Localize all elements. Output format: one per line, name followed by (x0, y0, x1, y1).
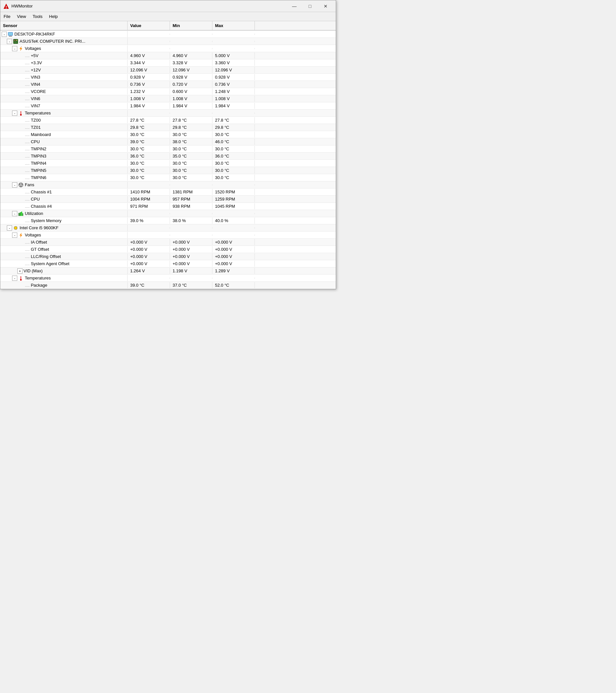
maximize-button[interactable]: □ (303, 2, 317, 10)
expand-icon-desktop[interactable]: - (2, 32, 7, 37)
min-tz01: 29.8 °C (170, 124, 212, 131)
max-vin7: 1.984 V (212, 103, 255, 109)
min-vcore: 0.600 V (170, 88, 212, 95)
tree-row-vcore[interactable]: .......VCORE1.232 V0.600 V1.248 V (0, 88, 336, 95)
tree-row-ia-offset[interactable]: .......IA Offset+0.000 V+0.000 V+0.000 V (0, 239, 336, 246)
app-title: HWMonitor (12, 4, 33, 8)
svg-point-36 (20, 279, 22, 280)
tree-row-temps1[interactable]: -Temperatures (0, 110, 336, 117)
value-voltages1 (128, 48, 170, 49)
tree-row-33v[interactable]: .......+3.3V3.344 V3.328 V3.360 V (0, 59, 336, 66)
tree-row-tz01[interactable]: .......TZ0129.8 °C29.8 °C29.8 °C (0, 124, 336, 131)
tree-row-desktop[interactable]: -DESKTOP-RK34RKF (0, 31, 336, 38)
header-sensor[interactable]: Sensor (0, 21, 128, 30)
tree-row-voltages2[interactable]: -Voltages (0, 232, 336, 239)
tree-row-voltages1[interactable]: -Voltages (0, 45, 336, 52)
tree-row-tmpin5[interactable]: .......TMPIN530.0 °C30.0 °C30.0 °C (0, 167, 336, 174)
tree-row-vin4[interactable]: .......VIN40.736 V0.720 V0.736 V (0, 81, 336, 88)
value-temps1 (128, 113, 170, 114)
tree-row-temps2[interactable]: -Temperatures (0, 275, 336, 282)
label-text-vin6: VIN6 (31, 96, 40, 101)
tree-row-chassis1[interactable]: .......Chassis #11410 RPM1381 RPM1520 RP… (0, 189, 336, 196)
expand-icon-voltages2[interactable]: - (12, 233, 17, 238)
min-5v: 4.960 V (170, 53, 212, 59)
expand-icon-fans1[interactable]: - (12, 182, 17, 187)
value-util1 (128, 213, 170, 214)
title-buttons: — □ ✕ (287, 2, 333, 10)
value-vin3: 0.928 V (128, 74, 170, 80)
tree-row-vin3[interactable]: .......VIN30.928 V0.928 V0.928 V (0, 74, 336, 81)
tree-row-vin7[interactable]: .......VIN71.984 V1.984 V1.984 V (0, 102, 336, 110)
tree-row-12v[interactable]: .......+12V12.096 V12.096 V12.096 V (0, 66, 336, 74)
sensor-label-12v: .......+12V (0, 67, 128, 73)
expand-icon-vid-max[interactable]: + (17, 269, 22, 274)
value-vin6: 1.008 V (128, 96, 170, 102)
tree-row-asustek[interactable]: -ASUSTeK COMPUTER INC. PRI... (0, 38, 336, 45)
svg-rect-20 (19, 213, 20, 216)
min-fans1 (170, 184, 212, 185)
tree-row-5v[interactable]: .......+5V4.960 V4.960 V5.000 V (0, 52, 336, 59)
expand-icon-asustek[interactable]: - (7, 39, 12, 44)
menu-file[interactable]: File (0, 13, 14, 20)
svg-rect-25 (15, 227, 17, 229)
tree-row-fans1[interactable]: -Fans (0, 181, 336, 189)
minimize-button[interactable]: — (287, 2, 302, 10)
close-button[interactable]: ✕ (318, 2, 333, 10)
tree-row-package[interactable]: .......Package39.0 °C37.0 °C52.0 °C (0, 282, 336, 289)
svg-rect-14 (21, 112, 21, 114)
header-min[interactable]: Min (170, 21, 212, 30)
menu-help[interactable]: Help (46, 13, 61, 20)
tree-row-vin6[interactable]: .......VIN61.008 V1.008 V1.008 V (0, 95, 336, 102)
tree-row-mainboard[interactable]: .......Mainboard30.0 °C30.0 °C30.0 °C (0, 131, 336, 138)
header-max[interactable]: Max (212, 21, 255, 30)
max-gt-offset: +0.000 V (212, 246, 255, 252)
tree-row-sys-agent[interactable]: .......System Agent Offset+0.000 V+0.000… (0, 260, 336, 268)
tree-row-vid-max[interactable]: +VID (Max)1.264 V1.198 V1.289 V (0, 268, 336, 275)
header-value[interactable]: Value (128, 21, 170, 30)
app-icon (3, 3, 9, 9)
tree-row-tz00[interactable]: .......TZ0027.8 °C27.8 °C27.8 °C (0, 117, 336, 124)
svg-rect-29 (17, 228, 18, 229)
sensor-tree[interactable]: -DESKTOP-RK34RKF-ASUSTeK COMPUTER INC. P… (0, 31, 336, 289)
value-llc-ring: +0.000 V (128, 253, 170, 260)
sensor-label-temps2: -Temperatures (0, 275, 128, 281)
expand-icon-util1[interactable]: - (12, 211, 17, 216)
sensor-label-chassis1: .......Chassis #1 (0, 189, 128, 195)
tree-row-util1[interactable]: -Utilization (0, 210, 336, 217)
tree-row-sysmem[interactable]: .......System Memory39.0 %38.0 %40.0 % (0, 217, 336, 224)
svg-marker-11 (20, 46, 22, 51)
tree-row-cpu-fan[interactable]: .......CPU1004 RPM957 RPM1259 RPM (0, 196, 336, 203)
tree-row-tmpin4[interactable]: .......TMPIN430.0 °C30.0 °C30.0 °C (0, 160, 336, 167)
value-12v: 12.096 V (128, 67, 170, 73)
tree-row-llc-ring[interactable]: .......LLC/Ring Offset+0.000 V+0.000 V+0… (0, 253, 336, 260)
max-voltages1 (212, 48, 255, 49)
main-window: HWMonitor — □ ✕ File View Tools Help Sen… (0, 0, 336, 289)
menu-view[interactable]: View (14, 13, 30, 20)
value-sysmem: 39.0 % (128, 218, 170, 224)
tree-row-tmpin6[interactable]: .......TMPIN630.0 °C30.0 °C30.0 °C (0, 174, 336, 181)
label-text-tmpin3: TMPIN3 (31, 154, 46, 158)
min-gt-offset: +0.000 V (170, 246, 212, 252)
max-temps1 (212, 113, 255, 114)
column-headers: Sensor Value Min Max (0, 21, 336, 31)
max-util1 (212, 213, 255, 214)
expand-icon-temps1[interactable]: - (12, 111, 17, 116)
tree-row-gt-offset[interactable]: .......GT Offset+0.000 V+0.000 V+0.000 V (0, 246, 336, 253)
tree-row-tmpin3[interactable]: .......TMPIN336.0 °C35.0 °C36.0 °C (0, 153, 336, 160)
tree-row-intel-cpu[interactable]: -Intel Core i5 9600KF (0, 224, 336, 232)
min-tmpin6: 30.0 °C (170, 175, 212, 181)
tree-row-chassis4[interactable]: .......Chassis #4971 RPM938 RPM1045 RPM (0, 203, 336, 210)
tree-row-tmpin2[interactable]: .......TMPIN230.0 °C30.0 °C30.0 °C (0, 145, 336, 153)
max-cpu-fan: 1259 RPM (212, 196, 255, 202)
label-text-cpu-temp1: CPU (31, 139, 39, 144)
value-chassis1: 1410 RPM (128, 189, 170, 195)
tree-row-cpu-temp1[interactable]: .......CPU39.0 °C38.0 °C46.0 °C (0, 138, 336, 145)
label-text-tmpin4: TMPIN4 (31, 161, 46, 166)
expand-icon-intel-cpu[interactable]: - (7, 225, 12, 231)
menu-tools[interactable]: Tools (30, 13, 46, 20)
expand-icon-voltages1[interactable]: - (12, 46, 17, 51)
value-vin7: 1.984 V (128, 103, 170, 109)
value-tz00: 27.8 °C (128, 117, 170, 123)
min-12v: 12.096 V (170, 67, 212, 73)
expand-icon-temps2[interactable]: - (12, 276, 17, 281)
